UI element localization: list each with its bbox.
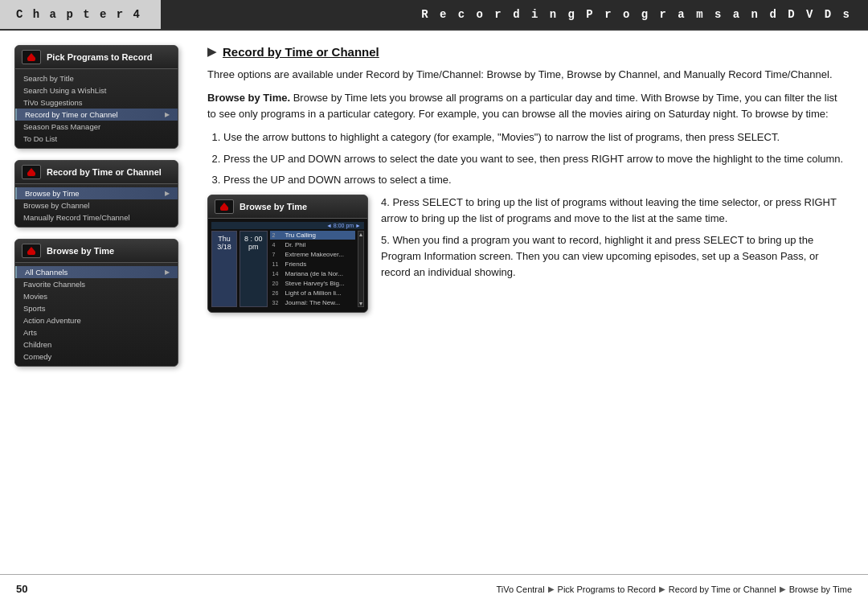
breadcrumb-record-time: Record by Time or Channel xyxy=(669,585,776,594)
intro-paragraph: Three options are available under Record… xyxy=(207,67,844,83)
screenshot-browse-time: Browse by Time All Channels ▶ Favorite C… xyxy=(14,239,178,367)
menu-item-suggestions: TiVo Suggestions xyxy=(15,96,178,109)
menu-item-comedy: Comedy xyxy=(15,351,178,363)
browse-programs-list: 2Tru Calling 4Dr. Phil 7Extreme Makeover… xyxy=(270,231,355,307)
prog-item-6: 26Light of a Million li... xyxy=(270,289,355,297)
step-2: Press the UP and DOWN arrows to select t… xyxy=(223,151,844,167)
breadcrumb-nav: TiVo Central ▶ Pick Programs to Record ▶… xyxy=(496,585,852,594)
screenshot-title-2: Record by Time or Channel xyxy=(47,167,162,177)
browse-screen-body: ◄ 8:00 pm ► Thu 3/18 8 : 00 pm xyxy=(208,219,367,312)
menu-item-record-time: Record by Time or Channel ▶ xyxy=(15,109,178,121)
prog-item-0: 2Tru Calling xyxy=(270,231,355,240)
screenshot-title-3: Browse by Time xyxy=(47,246,114,256)
screenshot-body-3: All Channels ▶ Favorite Channels Movies … xyxy=(15,263,178,366)
prog-item-5: 20Steve Harvey's Big... xyxy=(270,279,355,288)
menu-item-favorite: Favorite Channels xyxy=(15,278,178,290)
screenshot-record-time: Record by Time or Channel Browse by Time… xyxy=(14,160,178,228)
main-content: Pick Programs to Record Search by Title … xyxy=(0,31,868,574)
menu-item-browse-channel: Browse by Channel xyxy=(15,199,178,211)
screenshot-header-2: Record by Time or Channel xyxy=(15,161,178,184)
menu-item-children: Children xyxy=(15,338,178,351)
menu-item-action: Action Adventure xyxy=(15,314,178,326)
browse-para-4: 4. Press SELECT to bring up the list of … xyxy=(381,195,844,227)
browse-date: Thu 3/18 xyxy=(211,231,237,307)
menu-item-search-title: Search by Title xyxy=(15,72,178,84)
menu-item-all-channels: All Channels ▶ xyxy=(15,266,178,278)
browse-time-paragraph: Browse by Time. Browse by Time lets you … xyxy=(207,90,844,122)
screenshot-body-2: Browse by Time ▶ Browse by Channel Manua… xyxy=(15,184,178,227)
screenshot-header-1: Pick Programs to Record xyxy=(15,46,178,69)
chapter-title: R e c o r d i n g P r o g r a m s a n d … xyxy=(161,0,868,29)
nav-arrow-1: ▶ xyxy=(548,585,555,593)
tivo-logo-3 xyxy=(22,244,41,258)
breadcrumb-pick-programs: Pick Programs to Record xyxy=(558,585,656,594)
browse-main-row: Thu 3/18 8 : 00 pm 2Tru Calling xyxy=(211,231,364,307)
browse-screenshot-panel: Browse by Time ◄ 8:00 pm ► Thu 3/18 xyxy=(207,195,368,313)
browse-screenshot-title: Browse by Time xyxy=(240,202,307,211)
prog-item-2: 7Extreme Makeover... xyxy=(270,250,355,259)
screenshots-column: Pick Programs to Record Search by Title … xyxy=(0,45,193,560)
tivo-logo-inline xyxy=(215,199,234,214)
section-heading: ▶ Record by Time or Channel xyxy=(207,45,844,59)
tivo-logo-1 xyxy=(22,50,41,64)
screenshot-title-1: Pick Programs to Record xyxy=(47,52,152,62)
page-header: C h a p t e r 4 R e c o r d i n g P r o … xyxy=(0,0,868,31)
prog-item-1: 4Dr. Phil xyxy=(270,240,355,249)
menu-item-arts: Arts xyxy=(15,326,178,338)
browse-screenshot-header: Browse by Time xyxy=(208,195,367,219)
prog-item-7: 32Journal: The New... xyxy=(270,298,355,307)
section-title-text: Record by Time or Channel xyxy=(223,45,379,59)
step-3: Press the UP and DOWN arrows to select a… xyxy=(223,172,844,188)
breadcrumb-tivo-central: TiVo Central xyxy=(496,585,544,594)
page-footer: 50 TiVo Central ▶ Pick Programs to Recor… xyxy=(0,574,868,603)
screenshot-body-1: Search by Title Search Using a WishList … xyxy=(15,69,178,148)
tivo-logo-2 xyxy=(22,165,41,179)
browse-inline-section: Browse by Time ◄ 8:00 pm ► Thu 3/18 xyxy=(207,195,844,313)
step-1: Use the arrow buttons to highlight a cat… xyxy=(223,129,844,146)
browse-text-area: 4. Press SELECT to bring up the list of … xyxy=(381,195,844,313)
page-number: 50 xyxy=(16,583,27,595)
browse-time: 8 : 00 pm xyxy=(240,231,268,307)
prog-item-3: 11Friends xyxy=(270,260,355,269)
chapter-label: C h a p t e r 4 xyxy=(0,0,161,29)
breadcrumb-browse-time: Browse by Time xyxy=(789,585,852,594)
nav-arrow-2: ▶ xyxy=(659,585,665,593)
browse-para-5: 5. When you find a program you want to r… xyxy=(381,232,844,281)
browse-scrollbar: ▲ ▼ xyxy=(358,231,364,307)
menu-item-sports: Sports xyxy=(15,302,178,314)
screenshot-pick-programs: Pick Programs to Record Search by Title … xyxy=(14,45,178,149)
menu-item-movies: Movies xyxy=(15,290,178,302)
menu-item-season-pass: Season Pass Manager xyxy=(15,121,178,133)
prog-item-4: 14Mariana (de la Nor... xyxy=(270,269,355,278)
inline-browse-screenshot: Browse by Time ◄ 8:00 pm ► Thu 3/18 xyxy=(207,195,368,313)
steps-list: Use the arrow buttons to highlight a cat… xyxy=(223,129,844,187)
menu-item-manual-record: Manually Record Time/Channel xyxy=(15,211,178,224)
text-column: ▶ Record by Time or Channel Three option… xyxy=(193,45,868,560)
menu-item-wishlist: Search Using a WishList xyxy=(15,84,178,96)
menu-item-todo: To Do List xyxy=(15,133,178,145)
screenshot-header-3: Browse by Time xyxy=(15,240,178,263)
menu-item-browse-time: Browse by Time ▶ xyxy=(15,187,178,199)
section-arrow-icon: ▶ xyxy=(207,45,216,59)
nav-arrow-3: ▶ xyxy=(780,585,786,593)
